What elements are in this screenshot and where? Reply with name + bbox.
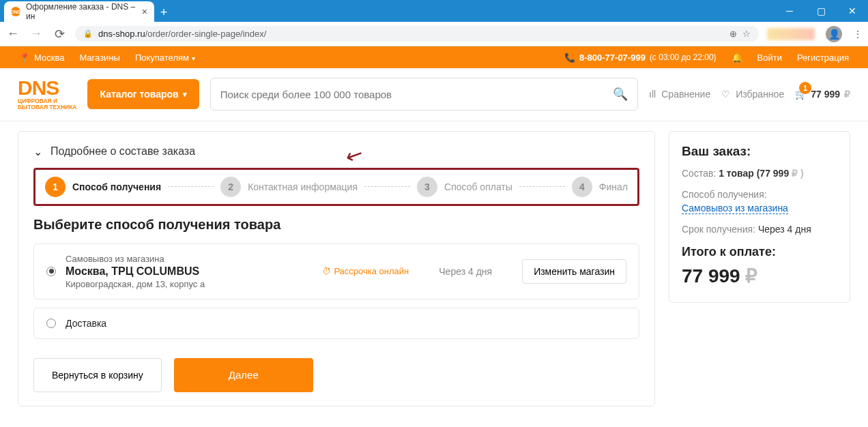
back-to-cart-button[interactable]: Вернуться в корзину <box>33 358 162 392</box>
search-box[interactable]: 🔍 <box>210 78 638 111</box>
register-link[interactable]: Регистрация <box>797 53 849 63</box>
order-summary: Ваш заказ: Состав: 1 товар (77 999 ₽ ) С… <box>669 131 850 303</box>
login-link[interactable]: Войти <box>757 53 782 63</box>
browser-toolbar: ← → ⟳ 🔒 dns-shop.ru/order/order-single-p… <box>0 22 868 46</box>
pin-icon: 📍 <box>19 53 30 63</box>
catalog-button[interactable]: Каталог товаров ▾ <box>87 79 199 109</box>
search-input[interactable] <box>220 89 613 100</box>
chevron-down-icon: ▾ <box>192 55 195 62</box>
tab-favicon: DNS <box>11 7 20 16</box>
star-icon[interactable]: ☆ <box>742 29 751 39</box>
change-store-button[interactable]: Изменить магазин <box>522 259 626 284</box>
installment-link[interactable]: ⏱ Рассрочка онлайн <box>322 266 409 276</box>
summary-method-link[interactable]: Самовывоз из магазина <box>682 203 788 214</box>
menu-icon[interactable]: ⋮ <box>853 29 863 40</box>
url-host: dns-shop.ru <box>98 29 145 39</box>
step-3[interactable]: 3 Способ оплаты <box>417 177 512 197</box>
step-4[interactable]: 4 Финал <box>572 177 628 197</box>
summary-total-value: 77 999 ₽ <box>682 265 837 287</box>
pickup-eta: Через 4 дня <box>439 266 492 277</box>
topbar-stores-link[interactable]: Магазины <box>79 53 120 63</box>
tab-title: Оформление заказа - DNS – ин <box>26 2 136 21</box>
city-label: Москва <box>34 53 64 63</box>
step-1[interactable]: 1 Способ получения <box>45 177 161 197</box>
summary-method: Способ получения: Самовывоз из магазина <box>682 188 837 215</box>
section-title: Выберите способ получения товара <box>33 217 639 233</box>
forward-icon[interactable]: → <box>29 27 44 41</box>
lock-icon: 🔒 <box>83 29 93 38</box>
browser-tab[interactable]: DNS Оформление заказа - DNS – ин × <box>4 1 154 22</box>
url-path: /order/order-single-page/index/ <box>145 29 267 39</box>
window-controls: ─ ▢ ✕ <box>774 0 868 22</box>
extension-slot[interactable] <box>767 28 815 40</box>
address-bar[interactable]: 🔒 dns-shop.ru/order/order-single-page/in… <box>75 26 759 42</box>
browser-titlebar: DNS Оформление заказа - DNS – ин × + ─ ▢… <box>0 0 868 22</box>
city-selector[interactable]: 📍 Москва <box>19 53 64 63</box>
search-icon[interactable]: 🔍 <box>613 87 628 102</box>
delivery-option[interactable]: Доставка <box>33 308 639 339</box>
pickup-address: Кировоградская, дом 13, корпус а <box>66 279 313 289</box>
heart-icon: ♡ <box>721 89 730 100</box>
phone-icon: 📞 <box>564 53 575 63</box>
back-icon[interactable]: ← <box>5 27 20 41</box>
logo-text: DNS <box>18 78 76 98</box>
summary-contents: Состав: 1 товар (77 999 ₽ ) <box>682 167 837 181</box>
cart-total: 77 999 <box>811 89 840 100</box>
summary-title: Ваш заказ: <box>682 144 837 159</box>
cart-badge: 1 <box>799 82 811 94</box>
summary-eta: Срок получения: Через 4 дня <box>682 223 837 237</box>
new-tab-button[interactable]: + <box>154 3 173 22</box>
step-2[interactable]: 2 Контактная информация <box>220 177 358 197</box>
clock-icon: ⏱ <box>322 266 331 276</box>
checkout-main: ⌄ Подробнее о составе заказа ↙ 1 Способ … <box>18 131 655 407</box>
radio-pickup[interactable] <box>46 267 56 276</box>
pickup-option[interactable]: Самовывоз из магазина Москва, ТРЦ COLUMB… <box>33 244 639 299</box>
bell-icon[interactable]: 🔔 <box>732 53 742 63</box>
summary-total-label: Итого к оплате: <box>682 245 837 259</box>
window-maximize-icon[interactable]: ▢ <box>805 0 837 22</box>
order-details-toggle[interactable]: ⌄ Подробнее о составе заказа <box>33 145 639 158</box>
bars-icon: ıll <box>649 89 656 100</box>
rub-symbol: ₽ <box>844 89 850 100</box>
pickup-store: Москва, ТРЦ COLUMBUS <box>66 265 313 278</box>
site-topbar: 📍 Москва Магазины Покупателям ▾ 📞 8-800-… <box>0 46 868 68</box>
pickup-caption: Самовывоз из магазина <box>66 254 313 264</box>
radio-delivery[interactable] <box>46 319 56 328</box>
reload-icon[interactable]: ⟳ <box>52 27 67 42</box>
tab-close-icon[interactable]: × <box>142 6 147 17</box>
add-icon[interactable]: ⊕ <box>729 29 737 39</box>
topbar-buyers-link[interactable]: Покупателям ▾ <box>135 53 195 63</box>
site-header: DNS ЦИФРОВАЯ И БЫТОВАЯ ТЕХНИКА Каталог т… <box>0 68 868 121</box>
cart-link[interactable]: 🛒 1 77 999 ₽ <box>795 89 850 100</box>
checkout-steps: ↙ 1 Способ получения 2 Контактная информ… <box>33 168 639 206</box>
chevron-down-icon: ⌄ <box>33 145 42 158</box>
window-minimize-icon[interactable]: ─ <box>774 0 805 22</box>
support-hours: (с 03:00 до 22:00) <box>650 53 717 62</box>
window-close-icon[interactable]: ✕ <box>837 0 868 22</box>
favorites-link[interactable]: ♡ Избранное <box>721 89 784 100</box>
delivery-label: Доставка <box>66 318 106 329</box>
chevron-down-icon: ▾ <box>183 90 187 99</box>
next-button[interactable]: Далее <box>174 358 313 392</box>
support-phone[interactable]: 📞 8-800-77-07-999 (с 03:00 до 22:00) <box>564 53 717 63</box>
compare-link[interactable]: ıll Сравнение <box>649 89 710 100</box>
logo[interactable]: DNS ЦИФРОВАЯ И БЫТОВАЯ ТЕХНИКА <box>18 78 76 111</box>
profile-icon[interactable]: 👤 <box>826 26 842 42</box>
